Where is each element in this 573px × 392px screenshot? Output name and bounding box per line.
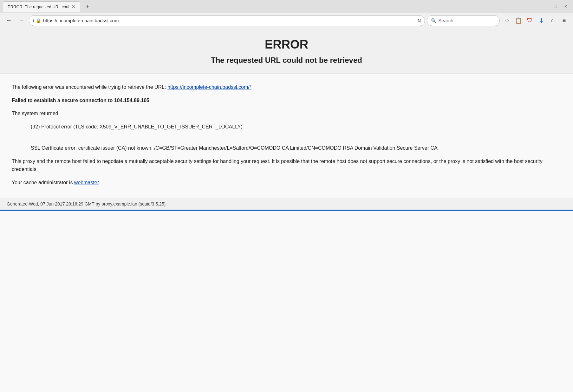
clipboard-button[interactable]: 📋 bbox=[513, 15, 524, 26]
search-bar[interactable]: 🔍 bbox=[427, 15, 500, 26]
address-input[interactable] bbox=[43, 18, 415, 23]
hamburger-icon: ≡ bbox=[563, 17, 566, 24]
search-input[interactable] bbox=[438, 18, 498, 23]
menu-button[interactable]: ≡ bbox=[559, 15, 570, 26]
home-icon: ⌂ bbox=[551, 17, 555, 24]
navigation-bar: ← → ℹ 🔒 ↻ 🔍 ☆ 📋 🛡 ⬇ bbox=[0, 13, 573, 28]
tab-close-button[interactable]: ✕ bbox=[72, 4, 75, 9]
protocol-error: (92) Protocol error (TLS code: X509_V_ER… bbox=[31, 123, 561, 131]
title-bar: ERROR: The requested URL coul ✕ + — ☐ ✕ bbox=[0, 0, 573, 13]
tab-label: ERROR: The requested URL coul bbox=[8, 4, 69, 9]
proxy-note: This proxy and the remote host failed to… bbox=[12, 157, 561, 173]
bookmark-button[interactable]: ☆ bbox=[502, 15, 512, 26]
pocket-button[interactable]: 🛡 bbox=[524, 15, 535, 26]
url-link[interactable]: https://incomplete-chain.badssl.com/* bbox=[167, 84, 251, 90]
intro-paragraph: The following error was encountered whil… bbox=[12, 83, 561, 91]
page-footer: Generated Wed, 07 Jun 2017 20:16:29 GMT … bbox=[0, 198, 573, 210]
window-controls: — ☐ ✕ bbox=[541, 3, 570, 10]
download-button[interactable]: ⬇ bbox=[536, 15, 547, 26]
bold-line: Failed to establish a secure connection … bbox=[12, 96, 561, 105]
webmaster-link[interactable]: webmaster bbox=[74, 180, 99, 185]
error-header: ERROR The requested URL could not be ret… bbox=[0, 28, 573, 74]
protocol-error-suffix: ) bbox=[241, 124, 243, 129]
footer-text: Generated Wed, 07 Jun 2017 20:16:29 GMT … bbox=[7, 201, 166, 206]
ssl-cn: COMODO RSA Domain Validation Secure Serv… bbox=[318, 145, 438, 151]
ssl-error: SSL Certficate error: certificate issuer… bbox=[31, 144, 561, 152]
forward-icon: → bbox=[19, 17, 24, 24]
cache-admin-suffix: . bbox=[99, 180, 100, 185]
page-content: ERROR The requested URL could not be ret… bbox=[0, 28, 573, 392]
new-tab-button[interactable]: + bbox=[83, 2, 92, 11]
lock-icon: 🔒 bbox=[36, 18, 41, 23]
browser-window: ERROR: The requested URL coul ✕ + — ☐ ✕ … bbox=[0, 0, 573, 392]
active-tab[interactable]: ERROR: The requested URL coul ✕ bbox=[3, 1, 80, 12]
clipboard-icon: 📋 bbox=[515, 17, 522, 24]
minimize-button[interactable]: — bbox=[541, 3, 550, 10]
error-details: (92) Protocol error (TLS code: X509_V_ER… bbox=[31, 123, 561, 152]
protocol-error-prefix: (92) Protocol error ( bbox=[31, 124, 75, 129]
bookmark-icon: ☆ bbox=[505, 17, 510, 24]
close-button[interactable]: ✕ bbox=[561, 3, 570, 10]
tls-code: TLS code: X509_V_ERR_UNABLE_TO_GET_ISSUE… bbox=[75, 124, 241, 129]
intro-text: The following error was encountered whil… bbox=[12, 84, 166, 90]
back-icon: ← bbox=[6, 17, 12, 24]
error-subtitle: The requested URL could not be retrieved bbox=[13, 56, 560, 65]
download-icon: ⬇ bbox=[539, 17, 544, 24]
ssl-error-prefix: SSL Certficate error: certificate issuer… bbox=[31, 145, 318, 151]
toolbar-icons: ☆ 📋 🛡 ⬇ ⌂ ≡ bbox=[502, 15, 570, 26]
error-body: The following error was encountered whil… bbox=[0, 74, 573, 198]
forward-button[interactable]: → bbox=[16, 15, 27, 26]
connection-error-text: Failed to establish a secure connection … bbox=[12, 98, 149, 103]
maximize-button[interactable]: ☐ bbox=[551, 3, 560, 10]
reload-button[interactable]: ↻ bbox=[417, 17, 421, 23]
address-bar[interactable]: ℹ 🔒 ↻ bbox=[29, 15, 425, 26]
cache-admin-prefix: Your cache administrator is bbox=[12, 180, 74, 185]
bottom-accent-bar bbox=[0, 210, 573, 211]
tab-bar: ERROR: The requested URL coul ✕ + bbox=[3, 1, 92, 12]
info-icon: ℹ bbox=[32, 18, 34, 23]
home-button[interactable]: ⌂ bbox=[547, 15, 558, 26]
back-button[interactable]: ← bbox=[3, 15, 14, 26]
system-returned-label: The system returned: bbox=[12, 109, 561, 118]
pocket-icon: 🛡 bbox=[527, 17, 533, 24]
cache-admin: Your cache administrator is webmaster. bbox=[12, 179, 561, 187]
search-icon: 🔍 bbox=[431, 18, 436, 23]
error-title: ERROR bbox=[13, 38, 560, 51]
